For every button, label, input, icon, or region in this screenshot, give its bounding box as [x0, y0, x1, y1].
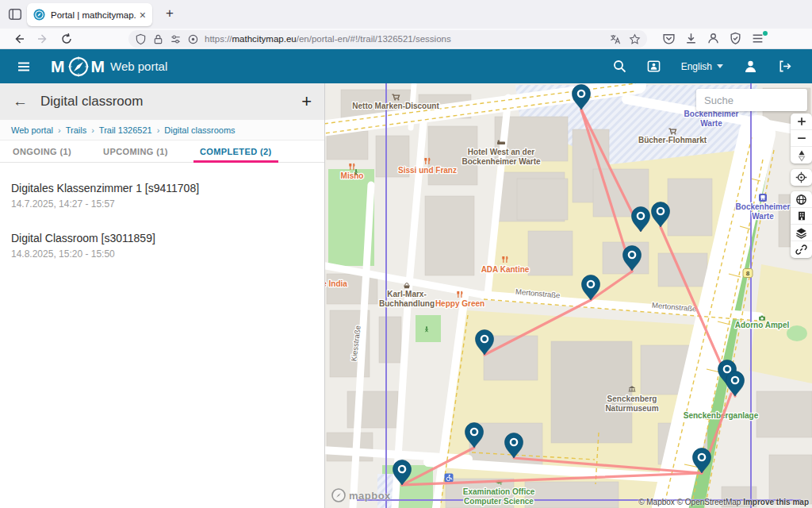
map-canvas[interactable]: Netto Marken-DiscountMishoSissi und Fran… [325, 83, 812, 508]
svg-text:Adorno Ampel: Adorno Ampel [735, 321, 790, 329]
svg-text:Bücher-Flohmarkt: Bücher-Flohmarkt [638, 136, 707, 144]
app-menu-icon[interactable] [17, 62, 30, 71]
bookmark-star-icon[interactable] [629, 33, 641, 45]
url-text: https://mathcitymap.eu/en/portal-en/#!/t… [205, 34, 609, 44]
wheelchair-icon [445, 474, 454, 483]
breadcrumb-item[interactable]: Trail 1326521 [99, 125, 152, 135]
account-icon[interactable] [707, 32, 720, 45]
new-tab-button[interactable]: + [161, 6, 178, 21]
sessions-panel: ← Digital classroom + Web portal›Trails›… [0, 83, 325, 508]
compass-icon [67, 55, 90, 79]
svg-text:e India: e India [325, 279, 347, 288]
tab-ongoing[interactable]: ONGOING (1) [11, 140, 73, 162]
svg-text:Karl-Marx-Buchhandlung: Karl-Marx-Buchhandlung [379, 290, 435, 308]
shield-icon[interactable] [135, 33, 147, 45]
map-search-input[interactable] [696, 89, 807, 111]
route-badge-icon: 8 [743, 269, 753, 278]
map-base: Netto Marken-DiscountMishoSissi und Fran… [325, 83, 812, 508]
download-icon[interactable] [684, 32, 698, 45]
svg-text:Heppy Green: Heppy Green [435, 299, 485, 308]
geolocate-control [791, 169, 812, 186]
session-name: Digital Classroom [s3011859] [11, 232, 312, 244]
user-icon[interactable] [744, 60, 757, 73]
mapbox-logo-icon [331, 488, 346, 502]
app-header: M M Web portal English [0, 49, 812, 83]
search-icon[interactable] [613, 60, 626, 73]
svg-text:Examination OfficeComputer Sci: Examination OfficeComputer Science [463, 487, 535, 506]
breadcrumb-separator: › [58, 125, 61, 135]
permissions-icon[interactable] [170, 33, 182, 45]
breadcrumb-item[interactable]: Web portal [11, 125, 53, 135]
session-list: Digitales Klassenzimmer 1 [s9411708]14.7… [0, 163, 324, 260]
breadcrumb-separator: › [157, 125, 160, 135]
location-permission-icon[interactable] [187, 33, 199, 45]
panel-header: ← Digital classroom + [0, 83, 324, 120]
mcm-favicon [33, 9, 45, 21]
map-attribution[interactable]: © Mapbox © OpenStreetMap Improve this ma… [638, 498, 809, 506]
svg-text:Misho: Misho [341, 171, 364, 180]
zoom-in-button[interactable] [791, 114, 812, 130]
breadcrumb-item[interactable]: Trails [66, 125, 86, 135]
app-title: Web portal [110, 60, 167, 73]
back-arrow-button[interactable]: ← [13, 93, 28, 110]
geolocate-button[interactable] [791, 169, 812, 186]
session-tabs: ONGOING (1)UPCOMING (1)COMPLETED (2) [0, 140, 324, 163]
back-button[interactable] [13, 33, 25, 45]
layers-button[interactable] [791, 225, 812, 241]
logout-icon[interactable] [778, 60, 791, 73]
menu-notification-dot [763, 31, 768, 36]
session-time: 14.8.2025, 15:20 - 15:50 [11, 248, 312, 260]
ubahn-icon [759, 194, 767, 202]
lock-icon[interactable] [152, 33, 164, 45]
forward-button[interactable] [36, 33, 49, 45]
tab-close-button[interactable]: × [140, 10, 146, 21]
url-bar[interactable]: https://mathcitymap.eu/en/portal-en/#!/t… [128, 30, 647, 48]
building-3d-button[interactable] [791, 208, 812, 225]
map-label: e India [325, 279, 347, 288]
svg-text:Sissi und Franz: Sissi und Franz [398, 166, 457, 175]
inbox-icon[interactable] [647, 60, 661, 73]
svg-text:8: 8 [746, 270, 750, 277]
session-time: 14.7.2025, 14:27 - 15:57 [11, 198, 312, 210]
reload-button[interactable] [60, 33, 73, 45]
globe-button[interactable] [791, 191, 812, 208]
svg-text:Hotel West an derBockenheimer: Hotel West an derBockenheimer Warte [462, 148, 541, 166]
mcm-logo: M M [51, 55, 105, 79]
breadcrumb-item[interactable]: Digital classrooms [164, 125, 235, 135]
pitch-compass-button[interactable] [791, 147, 812, 164]
translate-icon[interactable] [609, 33, 621, 45]
tab-completed[interactable]: COMPLETED (2) [198, 140, 274, 162]
page-title: Digital classroom [40, 94, 301, 110]
session-list-item[interactable]: Digital Classroom [s3011859]14.8.2025, 1… [11, 232, 312, 260]
svg-text:SenckenbergNaturmuseum: SenckenbergNaturmuseum [605, 394, 658, 413]
svg-text:Netto Marken-Discount: Netto Marken-Discount [352, 102, 439, 110]
zoom-out-button[interactable] [791, 130, 812, 147]
browser-tab[interactable]: Portal | mathcitymap.eu × [27, 3, 152, 26]
pocket-icon[interactable] [662, 32, 676, 45]
tab-title: Portal | mathcitymap.eu [51, 10, 136, 20]
breadcrumb: Web portal›Trails›Trail 1326521›Digital … [0, 120, 324, 140]
zoom-controls [791, 114, 812, 164]
session-list-item[interactable]: Digitales Klassenzimmer 1 [s9411708]14.7… [11, 182, 312, 210]
svg-text:ADA Kantine: ADA Kantine [481, 265, 530, 274]
map-tools [791, 191, 812, 258]
breadcrumb-separator: › [91, 125, 94, 135]
mapbox-logo[interactable]: mapbox [331, 488, 391, 502]
firefox-view-icon[interactable] [8, 7, 22, 21]
add-session-button[interactable]: + [301, 91, 312, 112]
browser-tab-strip: Portal | mathcitymap.eu × + [0, 0, 812, 29]
chevron-down-icon[interactable] [717, 64, 723, 68]
language-selector[interactable]: English [681, 61, 712, 72]
extension-icon[interactable] [729, 32, 742, 45]
session-name: Digitales Klassenzimmer 1 [s9411708] [11, 182, 312, 194]
tab-upcoming[interactable]: UPCOMING (1) [102, 140, 170, 162]
share-link-button[interactable] [791, 241, 812, 258]
browser-window: Portal | mathcitymap.eu × + https [0, 0, 812, 508]
